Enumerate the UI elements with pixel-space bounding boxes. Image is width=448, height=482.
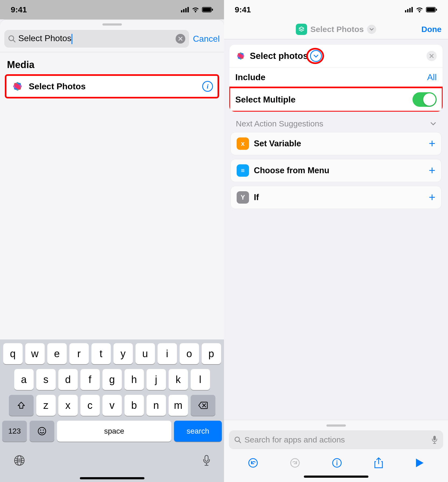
key-d[interactable]: d (58, 369, 78, 390)
suggestion-if[interactable]: Y If + (230, 186, 442, 209)
search-icon (8, 35, 16, 42)
status-indicators (181, 7, 213, 12)
svg-rect-31 (411, 7, 413, 12)
run-button[interactable] (415, 458, 424, 468)
suggestions-list: x Set Variable +≡ Choose from Menu +Y If… (229, 132, 443, 209)
key-b[interactable]: b (125, 395, 144, 416)
key-m[interactable]: m (169, 395, 188, 416)
action-search-input[interactable]: Search for apps and actions (229, 430, 443, 449)
key-v[interactable]: v (102, 395, 122, 416)
svg-rect-1 (183, 9, 184, 12)
space-key[interactable]: space (57, 421, 171, 442)
expand-button[interactable] (310, 50, 322, 62)
action-card-select-photos: Select photos Include All Select Multipl… (229, 45, 443, 112)
key-j[interactable]: j (147, 369, 166, 390)
svg-rect-5 (203, 8, 211, 12)
key-k[interactable]: k (169, 369, 188, 390)
info-button[interactable]: i (202, 81, 213, 92)
home-indicator[interactable] (304, 476, 368, 478)
key-s[interactable]: s (36, 369, 56, 390)
undo-button[interactable] (248, 458, 258, 468)
battery-icon (426, 7, 437, 12)
backspace-key[interactable] (191, 395, 215, 416)
add-suggestion-button[interactable]: + (429, 191, 435, 204)
key-e[interactable]: e (47, 343, 67, 364)
key-a[interactable]: a (14, 369, 34, 390)
key-u[interactable]: u (136, 343, 155, 364)
key-o[interactable]: o (180, 343, 199, 364)
search-input[interactable]: Select Photos (4, 30, 189, 48)
redo-button[interactable] (290, 458, 300, 468)
svg-point-22 (40, 430, 41, 431)
chevron-down-icon[interactable] (367, 25, 376, 34)
key-z[interactable]: z (36, 395, 56, 416)
key-g[interactable]: g (102, 369, 122, 390)
include-value: All (427, 72, 437, 82)
clear-button[interactable] (176, 34, 185, 44)
globe-icon[interactable] (13, 455, 25, 466)
photos-app-icon (11, 80, 24, 93)
highlight-circle (308, 49, 322, 62)
key-i[interactable]: i (158, 343, 177, 364)
suggestion-label: Set Variable (254, 139, 424, 148)
suggestion-choose-from-menu[interactable]: ≡ Choose from Menu + (230, 159, 442, 182)
card-title: Select photos (250, 51, 308, 61)
select-multiple-toggle[interactable] (413, 92, 437, 107)
info-button[interactable] (332, 458, 342, 468)
wifi-icon (192, 7, 199, 12)
key-n[interactable]: n (147, 395, 166, 416)
shift-key[interactable] (9, 395, 34, 416)
nav-bar: Select Photos Done (224, 19, 448, 39)
key-t[interactable]: t (91, 343, 111, 364)
svg-rect-27 (205, 455, 208, 461)
key-p[interactable]: p (202, 343, 221, 364)
suggestion-set-variable[interactable]: x Set Variable + (230, 132, 442, 155)
sheet-grabber[interactable] (102, 23, 122, 26)
key-w[interactable]: w (25, 343, 45, 364)
sheet-grabber[interactable] (326, 424, 346, 427)
svg-point-23 (43, 430, 44, 431)
dictation-icon[interactable] (431, 435, 438, 444)
add-suggestion-button[interactable]: + (429, 137, 435, 150)
select-photos-result[interactable]: Select Photos i (6, 75, 218, 97)
suggestion-label: Choose from Menu (254, 166, 424, 175)
cellular-icon (405, 7, 413, 12)
home-indicator[interactable] (80, 477, 144, 479)
suggestion-icon: Y (237, 191, 249, 204)
include-row[interactable]: Include All (229, 68, 443, 87)
key-h[interactable]: h (125, 369, 144, 390)
cellular-icon (181, 7, 189, 12)
key-q[interactable]: q (3, 343, 23, 364)
svg-point-49 (291, 459, 299, 467)
select-multiple-label: Select Multiple (235, 95, 413, 105)
search-placeholder: Search for apps and actions (244, 435, 345, 444)
key-l[interactable]: l (191, 369, 210, 390)
select-multiple-row: Select Multiple (229, 87, 443, 112)
suggestion-label: If (254, 193, 424, 202)
numbers-key[interactable]: 123 (2, 421, 27, 442)
done-button[interactable]: Done (417, 25, 442, 34)
key-f[interactable]: f (80, 369, 100, 390)
keyboard: qwertyuiop asdfghjkl zxcvbnm 123 space s… (0, 339, 224, 482)
search-key[interactable]: search (174, 421, 222, 442)
editor-screen: 9:41 Select Photos Done Select photos (224, 0, 448, 482)
svg-rect-34 (436, 9, 437, 11)
emoji-key[interactable] (30, 421, 54, 442)
add-suggestion-button[interactable]: + (429, 164, 435, 177)
svg-point-21 (38, 427, 46, 435)
card-header-row: Select photos (229, 45, 443, 68)
cancel-button[interactable]: Cancel (193, 34, 220, 44)
share-button[interactable] (374, 457, 383, 469)
suggestions-header[interactable]: Next Action Suggestions (229, 112, 443, 132)
key-y[interactable]: y (113, 343, 133, 364)
svg-point-48 (249, 459, 257, 467)
svg-line-46 (239, 441, 241, 443)
dictation-icon[interactable] (202, 455, 211, 466)
status-indicators (405, 7, 437, 12)
key-r[interactable]: r (69, 343, 89, 364)
key-c[interactable]: c (80, 395, 100, 416)
nav-title-group[interactable]: Select Photos (255, 24, 417, 35)
close-action-button[interactable] (426, 51, 437, 61)
key-x[interactable]: x (58, 395, 78, 416)
status-time: 9:41 (11, 5, 27, 14)
